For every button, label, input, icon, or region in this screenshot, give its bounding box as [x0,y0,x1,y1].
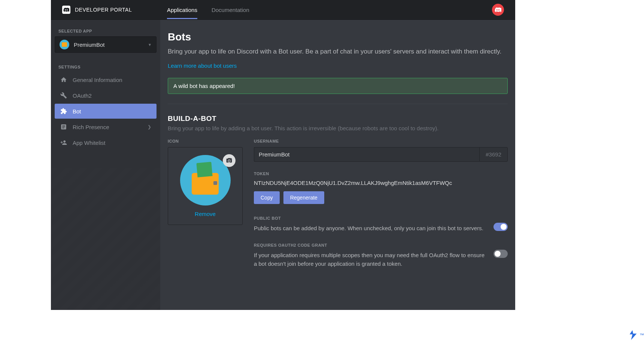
sidebar-item-label: Bot [73,108,151,115]
sidebar-item-oauth2[interactable]: OAuth2 [55,88,157,103]
build-a-bot-description: Bring your app to life by adding a bot u… [168,125,508,131]
public-bot-description: Public bots can be added by anyone. When… [254,224,485,233]
chevron-right-icon: ❯ [148,124,151,130]
tab-applications[interactable]: Applications [167,1,197,19]
person-plus-icon [60,139,67,146]
build-section: ICON + Remove USERNAME [168,139,508,279]
tab-documentation[interactable]: Documentation [212,1,249,19]
token-button-row: Copy Regenerate [254,191,508,204]
toptal-tm-badge: ™ [628,329,644,341]
nav-tabs: Applications Documentation [167,1,249,19]
toptal-logo-icon [628,329,639,341]
username-input[interactable] [254,147,479,162]
username-label: USERNAME [254,139,508,143]
copy-button[interactable]: Copy [254,191,280,204]
username-row: #3692 [254,147,508,162]
settings-label: SETTINGS [55,65,157,69]
sidebar-item-label: Rich Presence [73,124,148,130]
camera-upload-icon[interactable]: + [223,154,236,167]
oauth-grant-description: If your application requires multiple sc… [254,251,485,268]
svg-text:+: + [231,158,231,159]
token-value: NTIzNDU5NjE4ODE1MzQ0NjU1.DvZ2mw.LLAKJ9wg… [254,180,508,186]
sidebar-item-app-whitelist[interactable]: App Whitelist [55,135,157,150]
app-selector[interactable]: PremiumBot ▼ [55,36,157,53]
oauth-grant-toggle[interactable] [493,250,508,258]
regenerate-button[interactable]: Regenerate [283,191,324,204]
home-icon [60,76,67,83]
sidebar-item-label: App Whitelist [73,140,151,146]
main-body: SELECTED APP PremiumBot ▼ SETTINGS Gener… [51,20,515,310]
sidebar-item-label: OAuth2 [73,92,151,99]
wrench-icon [60,92,67,99]
page-title: Bots [168,31,508,43]
puzzle-icon [60,107,67,115]
public-bot-toggle[interactable] [493,223,508,231]
selected-app-label: SELECTED APP [55,29,157,33]
sidebar-item-rich-presence[interactable]: Rich Presence ❯ [55,119,157,134]
settings-list: General Information OAuth2 Bot [55,72,157,150]
discriminator: #3692 [479,147,508,162]
success-alert: A wild bot has appeared! [168,78,508,94]
sidebar-item-label: General Information [73,77,151,83]
chevron-down-icon: ▼ [148,43,152,47]
oauth-grant-section: REQUIRES OAUTH2 CODE GRANT If your appli… [254,243,508,268]
content: Bots Bring your app to life on Discord w… [160,20,515,310]
learn-more-link[interactable]: Learn more about bot users [168,63,237,69]
sidebar: SELECTED APP PremiumBot ▼ SETTINGS Gener… [51,20,160,310]
sidebar-item-bot[interactable]: Bot [55,104,157,119]
selected-app-name: PremiumBot [74,42,148,48]
toggle-knob [495,251,501,257]
toggle-knob [501,224,507,230]
page-subtitle: Bring your app to life on Discord with a… [168,47,508,57]
public-bot-section: PUBLIC BOT Public bots can be added by a… [254,216,508,233]
public-bot-label: PUBLIC BOT [254,216,485,220]
divider [168,104,508,104]
app-container: DEVELOPER PORTAL Applications Documentat… [51,0,515,310]
token-label: TOKEN [254,171,508,176]
top-nav: DEVELOPER PORTAL Applications Documentat… [51,0,515,20]
form-section: USERNAME #3692 TOKEN NTIzNDU5NjE4ODE1MzQ… [254,139,508,279]
app-avatar-icon [60,40,69,49]
oauth-grant-label: REQUIRES OAUTH2 CODE GRANT [254,243,485,247]
icon-upload-box[interactable]: + Remove [168,147,243,225]
nav-right [492,4,504,16]
remove-icon-link[interactable]: Remove [195,211,216,217]
logo-section: DEVELOPER PORTAL [62,6,156,14]
sidebar-item-general-information[interactable]: General Information [55,72,157,87]
icon-section: ICON + Remove [168,139,243,279]
document-icon [60,123,67,131]
sidebar-background-art [51,168,160,310]
icon-label: ICON [168,139,243,143]
logo-text: DEVELOPER PORTAL [75,7,132,13]
wallet-icon [192,173,219,195]
discord-logo-icon [62,6,70,14]
build-a-bot-title: BUILD-A-BOT [168,115,508,123]
discord-brand-icon[interactable] [492,4,504,16]
